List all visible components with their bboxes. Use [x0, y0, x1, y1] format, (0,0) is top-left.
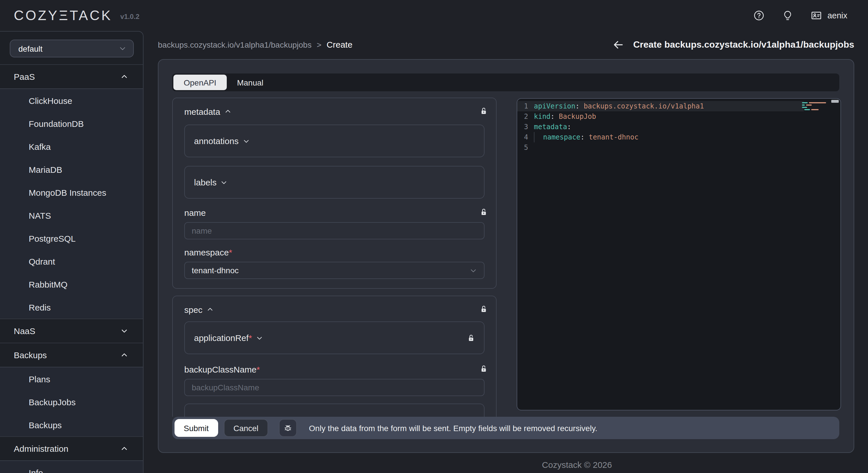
sidebar-item-redis[interactable]: Redis — [0, 296, 143, 319]
namespace-select[interactable]: tenant-dhnoc — [184, 262, 485, 279]
app-header: COZYΞTACK v1.0.2 aenix — [0, 0, 868, 31]
sidebar-item-plans[interactable]: Plans — [0, 367, 143, 390]
context-select-value: default — [19, 44, 42, 53]
metadata-group-header[interactable]: metadata — [184, 105, 485, 118]
title-cluster: Create backups.cozystack.io/v1alpha1/bac… — [612, 38, 854, 51]
yaml-editor[interactable]: 1 apiVersion: backups.cozystack.io/v1alp… — [517, 98, 841, 410]
sidebar-item-qdrant[interactable]: Qdrant — [0, 250, 143, 273]
submit-note: Only the data from the form will be sent… — [309, 423, 597, 433]
backup-class-label: backupClassName — [184, 364, 257, 374]
editor-minimap[interactable] — [799, 99, 840, 174]
chevron-up-icon — [121, 351, 128, 359]
editor-lines: 1 apiVersion: backups.cozystack.io/v1alp… — [517, 99, 840, 153]
chevron-down-icon — [119, 45, 126, 52]
sidebar-section-paas[interactable]: PaaS — [0, 64, 143, 88]
sidebar-submenu-administration: Info — [0, 461, 143, 473]
section-label: NaaS — [14, 326, 35, 336]
debug-button[interactable] — [279, 419, 297, 437]
line-number: 4 — [517, 132, 528, 143]
yaml-key: namespace — [543, 133, 580, 141]
sidebar-section-naas[interactable]: NaaS — [0, 319, 143, 343]
sidebar-submenu-backups: Plans BackupJobs Backups — [0, 367, 143, 436]
backup-class-input[interactable] — [184, 379, 485, 396]
cancel-button[interactable]: Cancel — [224, 419, 268, 437]
unlock-icon[interactable] — [467, 333, 475, 343]
required-marker: * — [257, 364, 260, 374]
unlock-icon[interactable] — [479, 304, 488, 314]
sidebar: default PaaS ClickHouse FoundationDB Kaf… — [0, 31, 144, 473]
section-label: Administration — [14, 444, 68, 453]
sidebar-item-info[interactable]: Info — [0, 461, 143, 473]
editor-line: 4 namespace: tenant-dhnoc — [517, 132, 840, 143]
line-number: 3 — [517, 122, 528, 132]
line-number: 5 — [517, 143, 528, 153]
metadata-group: metadata annotations labels — [172, 98, 497, 289]
namespace-label: namespace — [184, 247, 229, 257]
annotations-box[interactable]: annotations — [184, 125, 485, 157]
theme-bulb-icon[interactable] — [782, 10, 794, 21]
user-name: aenix — [828, 11, 847, 20]
yaml-separator: : — [567, 123, 571, 131]
submit-button[interactable]: Submit — [175, 419, 218, 437]
yaml-value: backups.cozystack.io/v1alpha1 — [584, 102, 704, 110]
breadcrumb-current: Create — [327, 40, 352, 50]
yaml-value: BackupJob — [559, 113, 596, 121]
main-area: backups.cozystack.io/v1alpha1/backupjobs… — [144, 31, 868, 473]
chevron-up-icon — [121, 73, 128, 81]
user-menu[interactable]: aenix — [811, 10, 847, 21]
name-input[interactable] — [184, 222, 485, 240]
sidebar-section-backups[interactable]: Backups — [0, 343, 143, 367]
plan-ref-box[interactable]: planRef — [184, 404, 485, 417]
help-icon[interactable] — [753, 10, 765, 21]
sidebar-item-mariadb[interactable]: MariaDB — [0, 158, 143, 181]
breadcrumb-path[interactable]: backups.cozystack.io/v1alpha1/backupjobs — [158, 40, 311, 49]
chevron-down-icon — [121, 327, 128, 335]
sidebar-item-rabbitmq[interactable]: RabbitMQ — [0, 273, 143, 296]
sidebar-item-clickhouse[interactable]: ClickHouse — [0, 89, 143, 112]
app-logo[interactable]: COZYΞTACK — [14, 7, 112, 24]
yaml-key: metadata — [534, 123, 567, 131]
sidebar-section-administration[interactable]: Administration — [0, 436, 143, 461]
sidebar-item-nats[interactable]: NATS — [0, 204, 143, 227]
page-title: Create backups.cozystack.io/v1alpha1/bac… — [633, 40, 854, 50]
sidebar-item-backupjobs[interactable]: BackupJobs — [0, 390, 143, 413]
sidebar-item-foundationdb[interactable]: FoundationDB — [0, 112, 143, 135]
line-number: 1 — [517, 101, 528, 112]
name-label: name — [184, 208, 206, 217]
footer-copyright: Cozystack © 2026 — [542, 460, 612, 470]
unlock-icon[interactable] — [479, 207, 488, 217]
bug-icon — [283, 423, 293, 433]
labels-label: labels — [194, 177, 216, 187]
namespace-select-value: tenant-dhnoc — [192, 266, 239, 275]
yaml-value: tenant-dhnoc — [589, 133, 639, 141]
namespace-field-row: namespace* — [184, 246, 485, 258]
labels-box[interactable]: labels — [184, 166, 485, 199]
sidebar-item-postgresql[interactable]: PostgreSQL — [0, 227, 143, 250]
tab-openapi[interactable]: OpenAPI — [174, 75, 227, 90]
spec-group: spec applicationRef* — [172, 296, 497, 417]
backup-class-field-row: backupClassName* — [184, 364, 485, 375]
section-label: PaaS — [14, 72, 35, 82]
sidebar-item-backups[interactable]: Backups — [0, 413, 143, 436]
sidebar-item-mongodb-instances[interactable]: MongoDB Instances — [0, 181, 143, 204]
tab-manual[interactable]: Manual — [227, 75, 274, 90]
section-label: Backups — [14, 350, 47, 360]
chevron-down-icon — [256, 335, 263, 341]
back-arrow-icon[interactable] — [612, 38, 625, 51]
context-select[interactable]: default — [10, 40, 134, 57]
yaml-separator: : — [580, 133, 589, 141]
unlock-icon[interactable] — [479, 106, 488, 116]
breadcrumb-separator: > — [317, 40, 321, 49]
unlock-icon[interactable] — [479, 364, 488, 374]
editor-line: 5 — [517, 143, 840, 153]
chevron-down-icon — [470, 266, 477, 274]
name-field-row: name — [184, 207, 485, 218]
yaml-separator: : — [576, 102, 584, 110]
sidebar-item-kafka[interactable]: Kafka — [0, 135, 143, 158]
minimap-slider[interactable] — [831, 100, 839, 103]
line-number: 2 — [517, 112, 528, 122]
application-ref-box[interactable]: applicationRef* — [184, 321, 485, 354]
spec-group-header[interactable]: spec — [184, 303, 485, 316]
breadcrumb: backups.cozystack.io/v1alpha1/backupjobs… — [158, 40, 352, 50]
create-form-card: OpenAPI Manual metadata — [158, 59, 854, 453]
